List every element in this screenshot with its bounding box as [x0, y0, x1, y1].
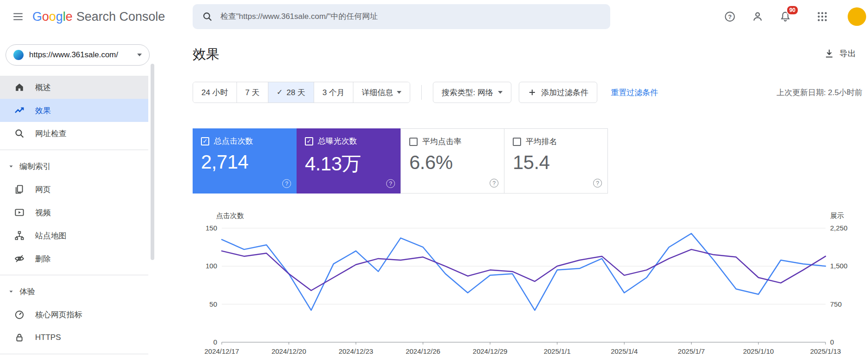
sidebar-section-experience[interactable]: 体验 [0, 280, 148, 303]
check-icon [277, 88, 283, 97]
sidebar-item-removals[interactable]: 删除 [0, 247, 148, 270]
sidebar-item-url-inspection[interactable]: 网址检查 [0, 122, 148, 145]
notifications-button[interactable]: 90 [775, 6, 796, 27]
svg-text:150: 150 [206, 224, 217, 232]
sidebar-item-overview[interactable]: 概述 [0, 76, 148, 99]
svg-text:2,250: 2,250 [830, 224, 848, 232]
svg-text:2025/1/1: 2025/1/1 [544, 347, 571, 355]
lock-icon [14, 332, 25, 343]
svg-text:0: 0 [830, 338, 834, 346]
help-circle-icon[interactable] [282, 179, 291, 188]
sidebar-section-label: 编制索引 [19, 161, 51, 172]
gauge-icon [14, 309, 25, 320]
apps-grid-icon [816, 11, 828, 23]
sidebar-item-label: HTTPS [35, 333, 61, 342]
logo-letter: e [66, 10, 73, 24]
svg-text:100: 100 [206, 262, 217, 270]
help-circle-icon[interactable] [386, 179, 395, 188]
range-7d-button[interactable]: 7 天 [237, 82, 268, 103]
menu-button[interactable] [7, 6, 29, 27]
search-type-filter[interactable]: 搜索类型: 网络 [433, 82, 511, 103]
chevron-down-icon [137, 54, 142, 56]
search-type-label: 搜索类型: 网络 [442, 87, 493, 98]
range-label: 28 天 [286, 87, 305, 98]
sidebar: https://www.361sale.com/ 概述 效果 网址检查 [0, 33, 155, 363]
performance-chart-svg[interactable]: 05010015007501,5002,250点击次数展示2024/12/172… [189, 208, 853, 360]
metric-value: 2,714 [201, 151, 289, 173]
property-url: https://www.361sale.com/ [29, 50, 132, 60]
checkbox-unchecked-icon[interactable] [513, 138, 521, 146]
sidebar-item-label: 网址检查 [35, 128, 67, 139]
checkbox-checked-icon[interactable] [201, 137, 209, 145]
sidebar-item-pages[interactable]: 网页 [0, 178, 148, 201]
sidebar-item-core-web-vitals[interactable]: 核心网页指标 [0, 303, 148, 326]
metric-card-total-impressions[interactable]: 总曝光次数 4.13万 [297, 128, 401, 194]
sidebar-section-indexing[interactable]: 编制索引 [0, 155, 148, 178]
range-28d-button[interactable]: 28 天 [268, 82, 314, 103]
metric-card-total-clicks[interactable]: 总点击次数 2,714 [193, 128, 297, 194]
sidebar-item-label: 删除 [35, 254, 51, 264]
metric-cards: 总点击次数 2,714 总曝光次数 4.13万 平均点击率 6.6% 平均排 [193, 128, 608, 194]
sidebar-item-label: 视频 [35, 207, 51, 218]
metric-label: 总曝光次数 [318, 136, 357, 146]
sidebar-item-label: 效果 [35, 105, 51, 116]
checkbox-checked-icon[interactable] [305, 137, 313, 145]
export-button[interactable]: 导出 [824, 48, 856, 59]
add-filter-label: 添加过滤条件 [541, 87, 589, 98]
sidebar-item-label: 核心网页指标 [35, 309, 82, 320]
range-3m-button[interactable]: 3 个月 [314, 82, 353, 103]
url-inspection-input[interactable] [220, 12, 601, 21]
svg-text:1,500: 1,500 [830, 262, 848, 270]
checkbox-unchecked-icon[interactable] [409, 138, 418, 146]
logo-letter: o [42, 10, 49, 24]
sidebar-item-performance[interactable]: 效果 [0, 99, 148, 122]
help-circle-icon[interactable] [490, 179, 498, 188]
sidebar-item-videos[interactable]: 视频 [0, 201, 148, 224]
range-label: 24 小时 [201, 87, 228, 98]
help-button[interactable]: ? [719, 6, 741, 27]
svg-text:0: 0 [213, 338, 217, 346]
avatar[interactable] [848, 7, 866, 26]
metric-card-average-ctr[interactable]: 平均点击率 6.6% [401, 128, 504, 194]
metric-label: 平均排名 [526, 136, 557, 147]
svg-text:?: ? [728, 13, 732, 20]
export-label: 导出 [839, 48, 856, 59]
notification-badge: 90 [786, 5, 799, 15]
svg-text:2025/1/13: 2025/1/13 [810, 347, 841, 355]
add-filter-button[interactable]: 添加过滤条件 [519, 82, 597, 103]
filter-bar: 24 小时 7 天 28 天 3 个月 详细信息 搜索类型: 网络 [193, 82, 862, 103]
performance-chart[interactable]: 05010015007501,5002,250点击次数展示2024/12/172… [189, 208, 853, 360]
svg-text:2024/12/20: 2024/12/20 [272, 347, 306, 355]
metric-label: 平均点击率 [422, 136, 461, 147]
chevron-down-icon [498, 91, 503, 94]
search-icon [202, 11, 213, 22]
url-inspection-searchbar[interactable] [193, 4, 610, 29]
product-name: Search Console [76, 10, 165, 24]
help-circle-icon[interactable] [593, 179, 602, 188]
sidebar-item-label: 站点地图 [35, 230, 67, 241]
sidebar-item-label: 网页 [35, 184, 51, 195]
home-icon [14, 82, 25, 93]
google-search-console-logo[interactable]: Google Search Console [32, 10, 165, 24]
hamburger-icon [12, 11, 24, 23]
svg-text:2024/12/29: 2024/12/29 [473, 347, 507, 355]
sidebar-item-sitemaps[interactable]: 站点地图 [0, 224, 148, 247]
chevron-down-icon [7, 163, 15, 170]
details-dropdown[interactable]: 详细信息 [353, 82, 410, 103]
details-label: 详细信息 [362, 87, 393, 98]
metric-card-average-position[interactable]: 平均排名 15.4 [504, 128, 608, 194]
metric-value: 15.4 [513, 151, 600, 174]
logo-letter: o [49, 10, 56, 24]
property-selector[interactable]: https://www.361sale.com/ [6, 44, 150, 66]
svg-text:750: 750 [830, 300, 842, 308]
reset-filters-link[interactable]: 重置过滤条件 [611, 87, 658, 98]
sidebar-item-https[interactable]: HTTPS [0, 326, 148, 349]
svg-text:2024/12/26: 2024/12/26 [406, 347, 440, 355]
apps-grid-button[interactable] [812, 6, 833, 27]
account-settings-button[interactable] [747, 6, 768, 27]
topbar-actions: ? 90 [719, 0, 868, 33]
metric-label: 总点击次数 [214, 136, 253, 146]
metric-value: 4.13万 [305, 151, 393, 177]
sidebar-scrollbar[interactable] [151, 64, 154, 260]
range-24h-button[interactable]: 24 小时 [193, 82, 237, 103]
